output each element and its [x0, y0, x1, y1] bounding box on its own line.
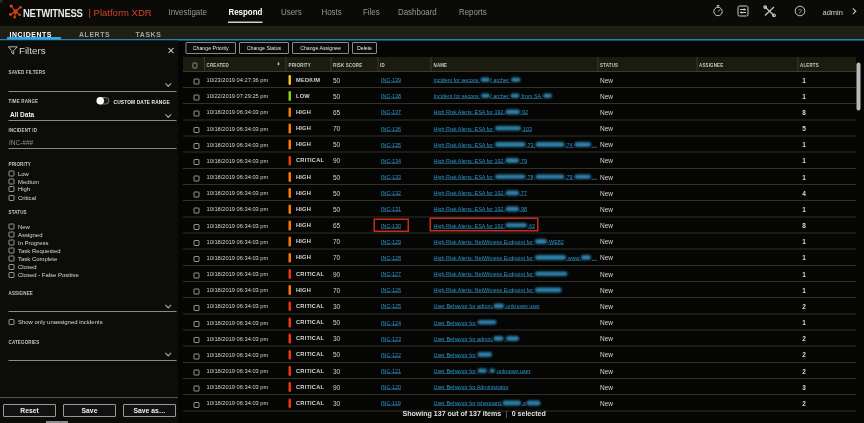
svg-text:?: ?: [798, 8, 802, 15]
